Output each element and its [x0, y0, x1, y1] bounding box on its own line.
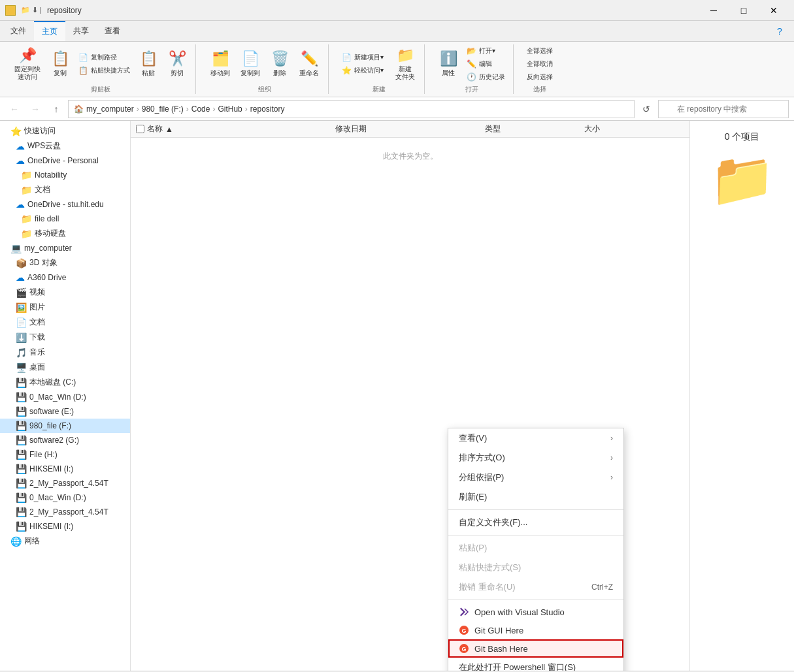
- tab-view[interactable]: 查看: [97, 21, 128, 41]
- sidebar-item-label: File (H:): [29, 450, 58, 459]
- new-folder-button[interactable]: 📁 新建文件夹: [391, 44, 419, 84]
- sidebar-item-label: 文档: [29, 317, 45, 328]
- copy-icon: 📋: [52, 50, 69, 67]
- back-button[interactable]: ←: [5, 100, 24, 118]
- ctx-paste-shortcut[interactable]: 粘贴快捷方式(S): [448, 558, 623, 577]
- forward-button[interactable]: →: [26, 100, 44, 118]
- easy-access-button[interactable]: ⭐ 轻松访问▾: [339, 65, 386, 76]
- copy-button[interactable]: 📋 复制: [47, 48, 73, 80]
- ribbon-group-items-open: ℹ️ 属性 📂 打开▾ ✏️ 编辑 🕐 历史记录: [435, 44, 508, 84]
- new-item-button[interactable]: 📄 新建项目▾: [339, 52, 386, 63]
- sidebar-item-c[interactable]: 💾 本地磁盘 (C:): [0, 375, 130, 390]
- refresh-button[interactable]: ↺: [637, 100, 655, 118]
- sidebar-item-onedrive-stu[interactable]: ☁ OneDrive - stu.hit.edu: [0, 197, 130, 212]
- history-button[interactable]: 🕐 历史记录: [464, 71, 508, 83]
- sidebar-item-label: 0_Mac_Win (D:): [29, 493, 86, 502]
- search-input[interactable]: [658, 100, 789, 118]
- help-button[interactable]: ?: [770, 22, 789, 40]
- select-all-button[interactable]: 全部选择: [524, 45, 555, 57]
- sidebar-item-label: 980_file (F:): [29, 421, 71, 430]
- sidebar-item-downloads[interactable]: ⬇️ 下载: [0, 330, 130, 345]
- sidebar-item-passport2[interactable]: 💾 2_My_Passport_4.54T: [0, 505, 130, 519]
- path-part-3[interactable]: Code: [191, 104, 210, 114]
- sidebar-item-i[interactable]: 💾 HIKSEMI (I:): [0, 462, 130, 476]
- sidebar-item-notability[interactable]: 📁 Notability: [0, 168, 130, 182]
- ctx-powershell[interactable]: 在此处打开 Powershell 窗口(S): [448, 658, 623, 671]
- sidebar-item-a360[interactable]: ☁ A360 Drive: [0, 270, 130, 285]
- copy-path-button[interactable]: 📄 复制路径: [76, 52, 133, 63]
- sidebar-item-video[interactable]: 🎬 视频: [0, 285, 130, 300]
- copy-to-button[interactable]: 📄 复制到: [237, 48, 264, 80]
- ctx-refresh[interactable]: 刷新(E): [448, 487, 623, 507]
- sidebar-item-music[interactable]: 🎵 音乐: [0, 345, 130, 360]
- sidebar-item-network[interactable]: 🌐 网络: [0, 534, 130, 549]
- new-folder-icon: 📁: [397, 47, 414, 64]
- sidebar-item-quick-access[interactable]: ⭐ 快速访问: [0, 123, 130, 138]
- cut-button[interactable]: ✂️ 剪切: [164, 48, 190, 80]
- invert-select-button[interactable]: 反向选择: [524, 71, 555, 83]
- open-button[interactable]: 📂 打开▾: [464, 45, 508, 57]
- title-bar-controls[interactable]: ─ □ ✕: [699, 0, 789, 21]
- move-icon: 🗂️: [212, 50, 229, 67]
- close-button[interactable]: ✕: [759, 0, 789, 21]
- ctx-view[interactable]: 查看(V) ›: [448, 428, 623, 448]
- path-part-4[interactable]: GitHub: [218, 104, 242, 114]
- sidebar-item-file-dell[interactable]: 📁 file dell: [0, 212, 130, 226]
- sidebar-item-3d[interactable]: 📦 3D 对象: [0, 255, 130, 270]
- sidebar-item-docs1[interactable]: 📁 文档: [0, 182, 130, 197]
- properties-button[interactable]: ℹ️ 属性: [435, 48, 461, 80]
- ctx-sep-1: [448, 509, 623, 510]
- ctx-git-gui[interactable]: G Git GUI Here: [448, 621, 623, 639]
- sidebar-item-pictures[interactable]: 🖼️ 图片: [0, 300, 130, 315]
- sidebar-item-e[interactable]: 💾 software (E:): [0, 404, 130, 419]
- ctx-group[interactable]: 分组依据(P) ›: [448, 468, 623, 487]
- tab-share[interactable]: 共享: [65, 21, 97, 41]
- sidebar-item-desktop[interactable]: 🖥️ 桌面: [0, 360, 130, 375]
- ctx-paste-label: 粘贴(P): [459, 542, 487, 554]
- sidebar-item-hiksemi2[interactable]: 💾 HIKSEMI (I:): [0, 519, 130, 534]
- pin-icon: 📌: [19, 47, 37, 64]
- minimize-button[interactable]: ─: [699, 0, 729, 21]
- ctx-paste[interactable]: 粘贴(P): [448, 538, 623, 558]
- rename-button[interactable]: ✏️ 重命名: [295, 48, 323, 80]
- paste-shortcut-button[interactable]: 📋 粘贴快捷方式: [76, 65, 133, 76]
- tab-home[interactable]: 主页: [34, 21, 65, 41]
- ctx-customize[interactable]: 自定义文件夹(F)...: [448, 513, 623, 532]
- maximize-button[interactable]: □: [729, 0, 759, 21]
- sidebar-item-f[interactable]: 💾 980_file (F:): [0, 419, 130, 433]
- path-part-2[interactable]: 980_file (F:): [142, 104, 184, 114]
- sidebar-item-docs2[interactable]: 📄 文档: [0, 315, 130, 330]
- h-drive-icon: 💾: [16, 449, 27, 460]
- ribbon-group-clipboard: 📌 固定到快速访问 📋 复制 📄 复制路径 📋 粘贴快捷方式: [5, 44, 196, 94]
- sidebar-item-passport1[interactable]: 💾 2_My_Passport_4.54T: [0, 476, 130, 490]
- ctx-git-bash[interactable]: G Git Bash Here: [448, 639, 623, 658]
- pin-quick-access-button[interactable]: 📌 固定到快速访问: [10, 44, 44, 84]
- sidebar-item-mobile[interactable]: 📁 移动硬盘: [0, 226, 130, 241]
- select-all-checkbox[interactable]: [136, 125, 144, 133]
- sidebar-item-g[interactable]: 💾 software2 (G:): [0, 433, 130, 447]
- ctx-open-vs[interactable]: Open with Visual Studio: [448, 603, 623, 621]
- ctx-undo-rename[interactable]: 撤销 重命名(U) Ctrl+Z: [448, 577, 623, 597]
- up-button[interactable]: ↑: [47, 100, 65, 118]
- easy-access-icon: ⭐: [342, 66, 352, 75]
- address-path[interactable]: 🏠 my_computer › 980_file (F:) › Code › G…: [68, 100, 635, 118]
- sidebar-item-wps[interactable]: ☁ WPS云盘: [0, 138, 130, 153]
- tab-file[interactable]: 文件: [3, 21, 34, 41]
- ctx-sort[interactable]: 排序方式(O) ›: [448, 448, 623, 468]
- select-none-button[interactable]: 全部取消: [524, 58, 555, 70]
- item-count: 0 个项目: [725, 131, 760, 143]
- delete-button[interactable]: 🗑️ 删除: [267, 48, 293, 80]
- move-to-button[interactable]: 🗂️ 移动到: [207, 48, 234, 80]
- paste-button[interactable]: 📋 粘贴: [135, 48, 161, 80]
- path-part-1[interactable]: my_computer: [86, 104, 134, 114]
- ctx-git-gui-label: Git GUI Here: [474, 626, 523, 635]
- sidebar-item-mycomputer[interactable]: 💻 my_computer: [0, 241, 130, 255]
- sidebar-item-d2[interactable]: 💾 0_Mac_Win (D:): [0, 490, 130, 505]
- sidebar-item-h[interactable]: 💾 File (H:): [0, 447, 130, 462]
- edit-button[interactable]: ✏️ 编辑: [464, 58, 508, 70]
- sidebar-item-onedrive-personal[interactable]: ☁ OneDrive - Personal: [0, 153, 130, 168]
- sidebar-item-label: 本地磁盘 (C:): [29, 377, 76, 388]
- content-area: 名称 ▲ 修改日期 类型 大小 此文件夹为空。 查看(V) › 排序方: [131, 121, 689, 671]
- path-part-5[interactable]: repository: [250, 104, 285, 114]
- sidebar-item-d[interactable]: 💾 0_Mac_Win (D:): [0, 390, 130, 404]
